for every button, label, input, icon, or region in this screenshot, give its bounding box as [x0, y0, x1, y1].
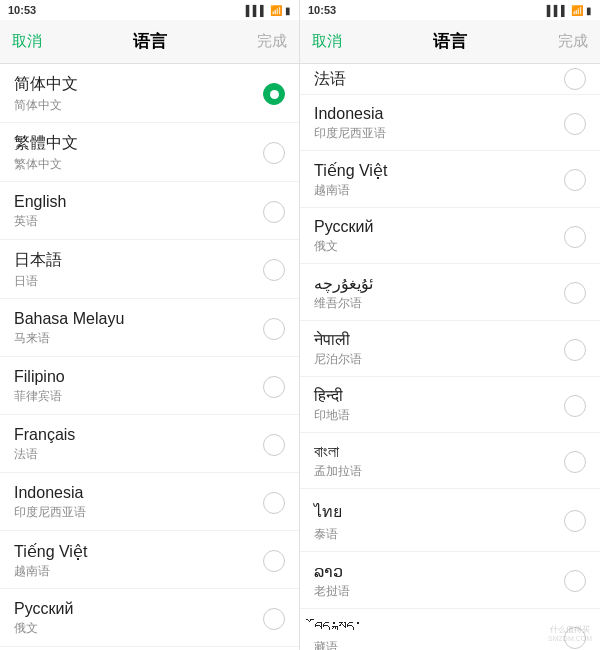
- language-subtitle: 日语: [14, 273, 62, 290]
- language-name: Indonesia: [14, 484, 86, 502]
- language-subtitle: 英语: [14, 213, 66, 230]
- radio-button[interactable]: [263, 83, 285, 105]
- list-item[interactable]: 法语: [300, 64, 600, 95]
- language-subtitle: 菲律宾语: [14, 388, 65, 405]
- radio-button[interactable]: [564, 339, 586, 361]
- language-subtitle: 尼泊尔语: [314, 351, 362, 368]
- radio-button[interactable]: [564, 282, 586, 304]
- language-subtitle: 繁体中文: [14, 156, 78, 173]
- left-nav-bar: 取消 语言 完成: [0, 20, 299, 64]
- radio-button[interactable]: [263, 376, 285, 398]
- left-title: 语言: [133, 30, 167, 53]
- language-subtitle: 泰语: [314, 526, 342, 543]
- language-name: 日本語: [14, 250, 62, 271]
- list-item[interactable]: বাংলা孟加拉语: [300, 433, 600, 489]
- wifi-icon: 📶: [270, 5, 282, 16]
- language-subtitle: 越南语: [314, 182, 387, 199]
- left-language-list: 简体中文简体中文繁體中文繁体中文English英语日本語日语Bahasa Mel…: [0, 64, 299, 650]
- language-subtitle: 俄文: [14, 620, 73, 637]
- battery-icon: ▮: [285, 5, 291, 16]
- radio-button[interactable]: [564, 226, 586, 248]
- left-status-bar: 10:53 ▌▌▌ 📶 ▮: [0, 0, 299, 20]
- right-done-button[interactable]: 完成: [558, 32, 588, 51]
- language-subtitle: 越南语: [14, 563, 87, 580]
- list-item[interactable]: Русский俄文: [300, 208, 600, 264]
- list-item[interactable]: Bahasa Melayu马来语: [0, 299, 299, 357]
- radio-button[interactable]: [564, 169, 586, 191]
- language-name: English: [14, 193, 66, 211]
- list-item[interactable]: Tiếng Việt越南语: [0, 531, 299, 589]
- radio-button[interactable]: [263, 550, 285, 572]
- radio-button[interactable]: [564, 113, 586, 135]
- list-item[interactable]: हिन्दी印地语: [300, 377, 600, 433]
- language-name: 法语: [314, 69, 346, 90]
- language-name: ລາວ: [314, 562, 350, 581]
- language-subtitle: 俄文: [314, 238, 373, 255]
- list-item[interactable]: Indonesia印度尼西亚语: [300, 95, 600, 151]
- language-name: Tiếng Việt: [14, 542, 87, 561]
- language-name: Русский: [14, 600, 73, 618]
- right-nav-bar: 取消 语言 完成: [300, 20, 600, 64]
- radio-button[interactable]: [263, 492, 285, 514]
- right-language-list: 法语Indonesia印度尼西亚语Tiếng Việt越南语Русский俄文ئ…: [300, 64, 600, 650]
- language-subtitle: 印度尼西亚语: [14, 504, 86, 521]
- radio-button[interactable]: [564, 570, 586, 592]
- right-cancel-button[interactable]: 取消: [312, 32, 342, 51]
- language-name: Bahasa Melayu: [14, 310, 124, 328]
- language-name: ไทย: [314, 499, 342, 524]
- language-subtitle: 孟加拉语: [314, 463, 362, 480]
- radio-button[interactable]: [564, 68, 586, 90]
- language-name: Tiếng Việt: [314, 161, 387, 180]
- list-item[interactable]: Français法语: [0, 415, 299, 473]
- language-name: 繁體中文: [14, 133, 78, 154]
- language-name: Filipino: [14, 368, 65, 386]
- language-subtitle: 法语: [14, 446, 75, 463]
- radio-button[interactable]: [263, 201, 285, 223]
- watermark: 什么值得买 SMZDM.COM: [548, 624, 592, 642]
- radio-button[interactable]: [263, 142, 285, 164]
- left-cancel-button[interactable]: 取消: [12, 32, 42, 51]
- radio-button[interactable]: [263, 608, 285, 630]
- language-name: हिन्दी: [314, 387, 350, 405]
- language-subtitle: 维吾尔语: [314, 295, 373, 312]
- list-item[interactable]: Tiếng Việt越南语: [300, 151, 600, 208]
- language-name: བོད་སྐད་: [314, 619, 362, 637]
- right-status-icons: ▌▌▌ 📶 ▮: [547, 5, 592, 16]
- list-item[interactable]: 简体中文简体中文: [0, 64, 299, 123]
- list-item[interactable]: 日本語日语: [0, 240, 299, 299]
- left-time: 10:53: [8, 4, 36, 16]
- language-name: नेपाली: [314, 331, 362, 349]
- language-name: Indonesia: [314, 105, 386, 123]
- list-item[interactable]: 繁體中文繁体中文: [0, 123, 299, 182]
- list-item[interactable]: Indonesia印度尼西亚语: [0, 473, 299, 531]
- language-name: 简体中文: [14, 74, 78, 95]
- radio-button[interactable]: [564, 395, 586, 417]
- right-signal-icon: ▌▌▌: [547, 5, 568, 16]
- right-wifi-icon: 📶: [571, 5, 583, 16]
- list-item[interactable]: Filipino菲律宾语: [0, 357, 299, 415]
- left-done-button[interactable]: 完成: [257, 32, 287, 51]
- language-subtitle: 印地语: [314, 407, 350, 424]
- radio-button[interactable]: [263, 434, 285, 456]
- radio-button[interactable]: [564, 510, 586, 532]
- right-status-bar: 10:53 ▌▌▌ 📶 ▮: [300, 0, 600, 20]
- signal-icon: ▌▌▌: [246, 5, 267, 16]
- list-item[interactable]: ລາວ老挝语: [300, 552, 600, 609]
- right-panel: 10:53 ▌▌▌ 📶 ▮ 取消 语言 完成 法语Indonesia印度尼西亚语…: [300, 0, 600, 650]
- language-subtitle: 印度尼西亚语: [314, 125, 386, 142]
- language-subtitle: 简体中文: [14, 97, 78, 114]
- list-item[interactable]: ไทย泰语: [300, 489, 600, 552]
- right-title: 语言: [433, 30, 467, 53]
- language-subtitle: 马来语: [14, 330, 124, 347]
- list-item[interactable]: नेपाली尼泊尔语: [300, 321, 600, 377]
- radio-button[interactable]: [263, 259, 285, 281]
- list-item[interactable]: ئۇيغۇرچە维吾尔语: [300, 264, 600, 321]
- language-name: বাংলা: [314, 443, 362, 461]
- list-item[interactable]: English英语: [0, 182, 299, 240]
- radio-button[interactable]: [263, 318, 285, 340]
- right-battery-icon: ▮: [586, 5, 592, 16]
- right-time: 10:53: [308, 4, 336, 16]
- language-name: ئۇيغۇرچە: [314, 274, 373, 293]
- list-item[interactable]: Русский俄文: [0, 589, 299, 647]
- radio-button[interactable]: [564, 451, 586, 473]
